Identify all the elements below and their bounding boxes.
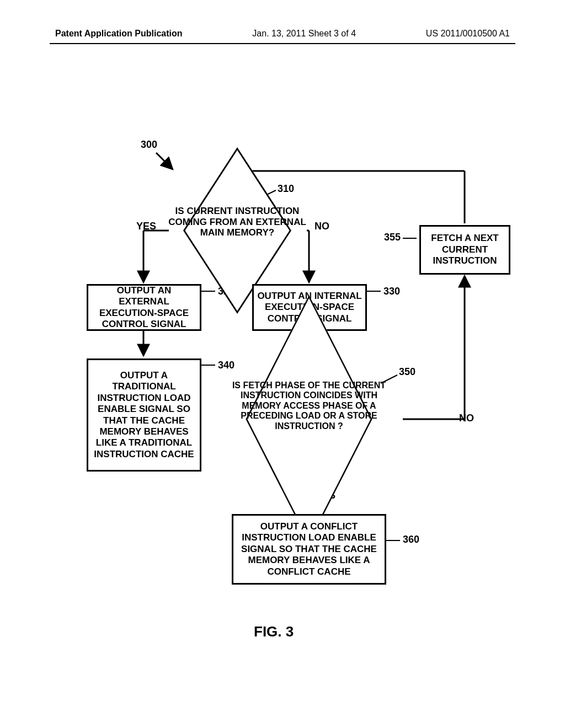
ref-340: 340 <box>218 360 234 371</box>
svg-line-0 <box>156 153 173 169</box>
ref-350: 350 <box>399 366 415 378</box>
process-320: OUTPUT AN EXTERNAL EXECUTION-SPACE CONTR… <box>87 284 201 331</box>
branch-yes-310: YES <box>136 221 156 232</box>
branch-no-350: NO <box>459 413 474 424</box>
process-340: OUTPUT A TRADITIONAL INSTRUCTION LOAD EN… <box>87 358 201 472</box>
ref-355: 355 <box>384 232 401 243</box>
figure-caption: FIG. 3 <box>254 623 294 640</box>
ref-300: 300 <box>141 139 157 151</box>
process-320-text: OUTPUT AN EXTERNAL EXECUTION-SPACE CONTR… <box>92 285 196 330</box>
branch-no-310: NO <box>315 221 329 232</box>
ref-310: 310 <box>278 183 294 195</box>
process-360: OUTPUT A CONFLICT INSTRUCTION LOAD ENABL… <box>232 514 386 585</box>
process-355: FETCH A NEXT CURRENT INSTRUCTION <box>419 225 510 275</box>
ref-330: 330 <box>383 286 400 297</box>
process-340-text: OUTPUT A TRADITIONAL INSTRUCTION LOAD EN… <box>92 370 196 460</box>
decision-350-text: IS FETCH PHASE OF THE CURRENT INSTRUCTIO… <box>232 381 386 431</box>
process-360-text: OUTPUT A CONFLICT INSTRUCTION LOAD ENABL… <box>237 521 381 577</box>
decision-310-text: IS CURRENT INSTRUCTION COMING FROM AN EX… <box>166 206 309 238</box>
process-355-text: FETCH A NEXT CURRENT INSTRUCTION <box>424 233 505 266</box>
ref-360: 360 <box>403 534 419 545</box>
